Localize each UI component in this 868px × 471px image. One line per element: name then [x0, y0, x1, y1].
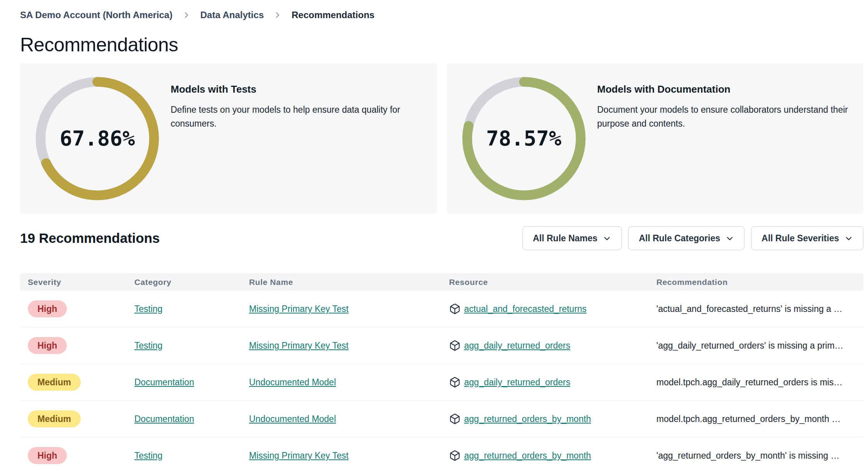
chevron-down-icon [726, 234, 734, 243]
package-icon [449, 340, 461, 351]
column-header-resource: Resource [449, 278, 656, 287]
recommendations-count: 19 Recommendations [20, 230, 160, 246]
filter-dropdown-rule-names[interactable]: All Rule Names [522, 226, 622, 250]
table-row: High Testing Missing Primary Key Test ac… [20, 291, 863, 327]
package-icon [449, 303, 461, 315]
metric-cards: 67.86% Models with Tests Define tests on… [20, 63, 863, 213]
resource-link[interactable]: agg_daily_returned_orders [464, 341, 570, 351]
metric-card-documentation: 78.57% Models with Documentation Documen… [447, 63, 864, 213]
breadcrumb-item-account[interactable]: SA Demo Account (North America) [20, 10, 173, 20]
resource-link[interactable]: agg_returned_orders_by_month [464, 414, 591, 424]
recommendations-table: Severity Category Rule Name Resource Rec… [20, 273, 863, 471]
tests-donut-chart: 67.86% [36, 77, 159, 200]
resource-link[interactable]: agg_daily_returned_orders [464, 377, 570, 388]
category-link[interactable]: Documentation [134, 377, 194, 387]
chevron-right-icon [183, 11, 190, 19]
severity-badge: Medium [28, 410, 81, 427]
resource-link[interactable]: actual_and_forecasted_returns [464, 304, 587, 314]
table-row: Medium Documentation Undocumented Model … [20, 364, 863, 401]
recommendations-page: SA Demo Account (North America) Data Ana… [0, 0, 868, 471]
severity-badge: High [28, 300, 67, 317]
column-header-rule-name: Rule Name [249, 278, 449, 287]
tests-card-title: Models with Tests [171, 83, 426, 96]
table-body: High Testing Missing Primary Key Test ac… [20, 291, 863, 471]
tests-card-description: Define tests on your models to help ensu… [171, 103, 426, 130]
page-title: Recommendations [20, 33, 863, 56]
package-icon [449, 376, 461, 388]
recommendation-text: 'agg_returned_orders_by_month' is missin… [656, 451, 863, 461]
category-link[interactable]: Documentation [134, 414, 194, 424]
recommendation-text: model.tpch.agg_returned_orders_by_month … [656, 414, 863, 424]
package-icon [449, 450, 461, 461]
table-row: High Testing Missing Primary Key Test ag… [20, 437, 863, 471]
docs-donut-chart: 78.57% [462, 77, 586, 200]
filter-dropdown-rule-severities[interactable]: All Rule Severities [751, 226, 863, 250]
category-link[interactable]: Testing [134, 341, 163, 351]
resource-link[interactable]: agg_returned_orders_by_month [464, 451, 591, 461]
column-header-recommendation: Recommendation [656, 278, 863, 287]
severity-badge: High [28, 337, 67, 354]
severity-badge: Medium [28, 374, 81, 391]
column-header-category: Category [134, 278, 249, 287]
list-toolbar: 19 Recommendations All Rule Names All Ru… [20, 226, 863, 250]
table-header: Severity Category Rule Name Resource Rec… [20, 273, 863, 291]
column-header-severity: Severity [28, 278, 134, 287]
metric-card-tests: 67.86% Models with Tests Define tests on… [20, 63, 437, 213]
docs-card-description: Document your models to ensure collabora… [597, 103, 852, 130]
category-link[interactable]: Testing [134, 304, 163, 314]
rule-name-link[interactable]: Undocumented Model [249, 414, 336, 424]
rule-name-link[interactable]: Undocumented Model [249, 377, 336, 387]
recommendation-text: 'agg_daily_returned_orders' is missing a… [656, 341, 863, 351]
chevron-down-icon [844, 234, 853, 243]
category-link[interactable]: Testing [134, 451, 163, 461]
breadcrumb-item-project[interactable]: Data Analytics [200, 10, 264, 20]
filter-dropdown-rule-categories[interactable]: All Rule Categories [628, 226, 744, 250]
recommendation-text: 'actual_and_forecasted_returns' is missi… [656, 304, 863, 314]
chevron-down-icon [603, 234, 611, 243]
rule-name-link[interactable]: Missing Primary Key Test [249, 341, 349, 351]
rule-name-link[interactable]: Missing Primary Key Test [249, 451, 349, 461]
breadcrumb: SA Demo Account (North America) Data Ana… [20, 8, 863, 22]
breadcrumb-item-current: Recommendations [292, 10, 375, 20]
tests-percent-value: 67.86% [36, 77, 159, 200]
package-icon [449, 413, 461, 425]
docs-card-title: Models with Documentation [597, 83, 852, 96]
docs-percent-value: 78.57% [462, 77, 586, 200]
rule-name-link[interactable]: Missing Primary Key Test [249, 304, 349, 314]
filter-bar: All Rule Names All Rule Categories All R… [522, 226, 863, 250]
chevron-right-icon [274, 11, 281, 19]
table-row: High Testing Missing Primary Key Test ag… [20, 327, 863, 364]
recommendation-text: model.tpch.agg_daily_returned_orders is … [656, 377, 863, 388]
severity-badge: High [28, 447, 67, 464]
table-row: Medium Documentation Undocumented Model … [20, 401, 863, 437]
